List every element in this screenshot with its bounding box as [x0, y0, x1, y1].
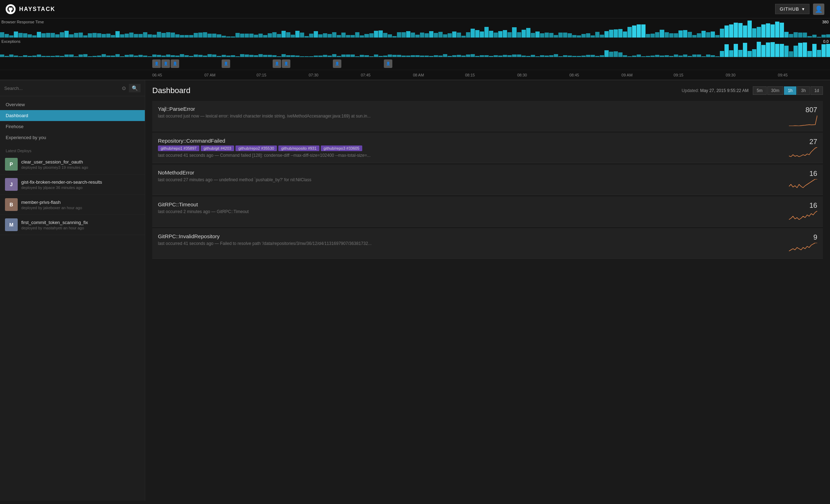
chart-bar [471, 29, 475, 38]
chart-bar [720, 29, 724, 38]
chart-bar [282, 31, 286, 38]
chart-bar [152, 35, 157, 38]
chart-bar [484, 27, 489, 38]
chart-bar [258, 54, 263, 57]
error-tag[interactable]: github/repo3 #33605 [321, 145, 362, 151]
time-button-5m[interactable]: 5m [753, 86, 767, 95]
chart-bar [102, 34, 106, 38]
error-tag[interactable]: github/reposito #931 [278, 145, 319, 151]
chart-bar [383, 56, 387, 57]
github-selector[interactable]: GITHUB ▾ [775, 4, 809, 14]
deploy-item[interactable]: B member-privs-flash deployed by jakebox… [0, 195, 145, 215]
chart-bar [443, 34, 447, 38]
error-card[interactable]: Yajl::ParseError last occurred just now … [152, 101, 823, 131]
chart-bar [328, 56, 332, 57]
nav-item-firehose[interactable]: Firehose [0, 121, 145, 132]
chart-bar [498, 56, 502, 57]
nav-item-dashboard[interactable]: Dashboard [0, 110, 145, 121]
chart-bar [420, 33, 424, 38]
chart-bar [595, 32, 599, 38]
chart-bar [817, 37, 821, 38]
chart-bar [604, 31, 609, 38]
time-button-1h[interactable]: 1h [784, 86, 796, 95]
chart-bar [461, 36, 466, 38]
user-avatar[interactable]: 👤 [813, 4, 824, 15]
chart-bar [332, 32, 336, 38]
deploy-item[interactable]: P clear_user_session_for_oauth deployed … [0, 154, 145, 174]
error-info: GitRPC::InvalidRepository last occurred … [158, 233, 785, 246]
error-tag[interactable]: github/git #4203 [201, 145, 234, 151]
chart-bar [258, 34, 263, 38]
chart-bar [351, 55, 355, 57]
error-tag[interactable]: github/repo2 #35530 [235, 145, 277, 151]
chart-bar [171, 55, 175, 57]
chart-bar [558, 56, 563, 57]
chart-bar [374, 31, 378, 38]
error-card[interactable]: NoMethodError last occurred 27 minutes a… [152, 165, 823, 195]
chart-bar [794, 32, 798, 38]
chart-bar [249, 34, 254, 38]
chart-bar [51, 33, 55, 38]
chart-bar [300, 33, 304, 38]
sparkline [789, 179, 817, 190]
chart-bar [729, 24, 733, 38]
chart-bar [480, 31, 484, 38]
chart-bar [314, 56, 318, 57]
chart-bar [291, 35, 295, 38]
search-button[interactable]: 🔍 [129, 84, 141, 92]
chart-bar [798, 43, 802, 57]
chart-bar [41, 56, 46, 57]
nav-item-overview[interactable]: Overview [0, 99, 145, 110]
time-button-3h[interactable]: 3h [797, 86, 809, 95]
avatar-group-2: 👤 [222, 59, 230, 68]
error-card[interactable]: GitRPC::Timeout last occurred 2 minutes … [152, 196, 823, 227]
error-card[interactable]: GitRPC::InvalidRepository last occurred … [152, 228, 823, 259]
chart-bar [627, 27, 632, 38]
error-right: 16 [789, 170, 817, 190]
chart-bar [55, 34, 59, 38]
chart-bar [498, 31, 502, 38]
chart-bar [784, 46, 789, 57]
time-tick: 08:45 [569, 73, 621, 77]
avatar: 👤 [282, 59, 290, 68]
header-right: GITHUB ▾ 👤 [775, 4, 824, 15]
chart-bar [134, 56, 138, 57]
deploy-item[interactable]: J gist-fix-broken-render-on-search-resul… [0, 174, 145, 195]
deploy-item[interactable]: M first_commit_token_scanning_fix deploy… [0, 215, 145, 235]
chart-bar [79, 33, 83, 38]
deploy-name: clear_user_session_for_oauth [21, 159, 140, 165]
chart-bar [277, 56, 281, 57]
chart-bar [272, 55, 277, 57]
chart-bar [161, 33, 166, 38]
deploy-list: P clear_user_session_for_oauth deployed … [0, 154, 145, 501]
error-meta: last occurred 2 minutes ago — GitRPC::Ti… [158, 209, 785, 214]
chart-bar [526, 56, 530, 57]
error-tag[interactable]: github/repo1 #35897 [158, 145, 199, 151]
chart-bar [37, 32, 41, 38]
chart-bar [318, 34, 323, 38]
settings-icon[interactable]: ⊙ [122, 85, 126, 91]
sparkline [789, 211, 817, 222]
chart-bar [434, 55, 438, 57]
time-button-1d[interactable]: 1d [811, 86, 823, 95]
chart-bar [14, 31, 18, 38]
chart-bar [572, 56, 576, 57]
chart-bar [711, 31, 715, 38]
avatar: 👤 [161, 59, 170, 68]
search-input[interactable] [4, 86, 119, 91]
chart-bar [212, 34, 216, 38]
chart-bar [484, 55, 489, 57]
error-card[interactable]: Repository::CommandFailed github/repo1 #… [152, 133, 823, 163]
header-left: HAYSTACK [6, 4, 55, 14]
chart-bar [531, 33, 535, 38]
chart-bar [609, 30, 613, 38]
nav-item-experienced-by-you[interactable]: Experienced by you [0, 132, 145, 143]
chart-bar [97, 56, 101, 57]
time-button-30m[interactable]: 30m [767, 86, 783, 95]
exceptions-chart: Exceptions 0.0 [0, 38, 830, 57]
chart-bar [175, 56, 180, 57]
chart-bar [637, 55, 641, 57]
time-tick: 08:15 [465, 73, 517, 77]
chart-bar [646, 34, 650, 38]
chart-bar [184, 35, 189, 38]
